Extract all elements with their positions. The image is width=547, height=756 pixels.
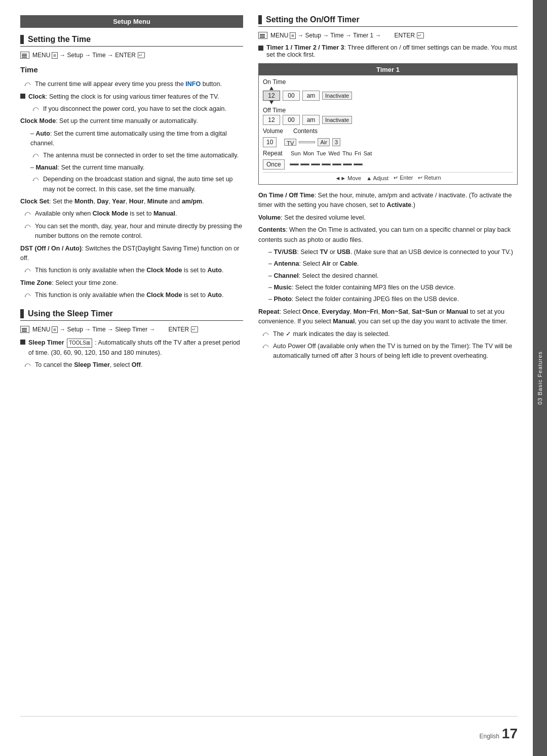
pencil-bullet-icon	[24, 80, 32, 87]
svg-point-9	[263, 335, 264, 336]
nav-enter: Enter	[400, 175, 413, 181]
section-bar	[20, 35, 24, 44]
contents-tv: TV	[284, 139, 296, 146]
contents-note: Contents: When the On Time is activated,…	[258, 225, 518, 245]
on-time-row: 12 00 am Inactivate	[263, 87, 513, 104]
pencil-bullet-icon-6	[24, 222, 32, 229]
repeat-values-row: Once	[263, 159, 513, 170]
volume-label: Volume	[263, 128, 286, 135]
side-tab: 03 Basic Features	[533, 0, 547, 756]
volume-contents-values: 10 TV Air 3	[263, 137, 513, 147]
sleep-timer-cancel-note: To cancel the Sleep Timer, select Off.	[20, 360, 243, 370]
channel-item: Channel: Select the desired channel.	[258, 271, 518, 281]
timezone-note: This function is only available when the…	[20, 290, 243, 300]
svg-point-4	[25, 215, 26, 216]
sleep-timer-menu-path: MENU ≡ → Setup → Time → Sleep Timer → EN…	[20, 326, 243, 333]
menu-icon-2	[20, 326, 29, 333]
volume-contents-row: Volume Contents	[263, 128, 513, 135]
setting-time-header: Setting the Time	[20, 35, 243, 47]
sleep-timer-title: Using the Sleep Timer	[28, 309, 113, 318]
menu-icon	[20, 52, 29, 59]
off-time-hour: 12	[263, 115, 280, 125]
nav-adjust: Adjust	[373, 175, 389, 181]
time-item-clock: Clock: Setting the clock is for using va…	[20, 92, 243, 102]
onoff-timer-title: Setting the On/Off Timer	[266, 15, 360, 24]
square-bullet-icon-3	[258, 46, 263, 51]
timer123-note: Timer 1 / Timer 2 / Timer 3: Three diffe…	[258, 44, 518, 58]
svg-point-10	[263, 347, 264, 348]
nav-move: Move	[347, 175, 361, 181]
off-time-min: 00	[283, 115, 300, 125]
time-item-2: If you disconnect the power cord, you ha…	[20, 104, 243, 114]
manual-item: Manual: Set the current time manually.	[20, 163, 243, 173]
clock-mode-manual-note: Available only when Clock Mode is set to…	[20, 209, 243, 219]
svg-point-8	[25, 366, 26, 367]
tv-usb-item: TV/USB: Select TV or USB. (Make sure tha…	[258, 247, 518, 257]
antenna-item: Antenna: Select Air or Cable.	[258, 259, 518, 269]
number-buttons-note: You can set the month, day, year, hour a…	[20, 222, 243, 241]
day-mon	[300, 163, 309, 165]
tools-icon: TOOLS⊞	[67, 339, 92, 348]
on-time-status: Inactivate	[322, 92, 352, 100]
onoff-timer-menu-path: MENU ≡ → Setup → Time → Timer 1 → ENTER	[258, 32, 518, 39]
on-time-label: On Time	[263, 78, 513, 86]
svg-point-7	[25, 296, 26, 297]
pencil-bullet-icon-10	[262, 330, 270, 337]
day-wed	[322, 163, 331, 165]
photo-item: Photo: Select the folder containing JPEG…	[258, 295, 518, 304]
side-tab-label: 03 Basic Features	[537, 351, 543, 405]
setup-menu-box: Setup Menu	[20, 15, 243, 28]
broadcast-note: Depending on the broadcast station and s…	[20, 175, 243, 194]
time-section-title: Time	[20, 64, 243, 75]
time-item-1: The current time will appear every time …	[20, 79, 243, 89]
english-label: English	[479, 733, 499, 740]
onoff-timer-header: Setting the On/Off Timer	[258, 15, 518, 27]
volume-note: Volume: Set the desired volume level.	[258, 213, 518, 223]
dst-para: DST (Off / On / Auto): Switches the DST(…	[20, 244, 243, 264]
timer1-header: Timer 1	[259, 64, 517, 75]
enter-icon-2	[191, 326, 198, 332]
contents-values: TV Air 3	[284, 138, 340, 146]
svg-point-2	[33, 156, 34, 157]
setting-time-title: Setting the Time	[28, 35, 91, 44]
pencil-bullet-icon-5	[24, 209, 32, 217]
pencil-bullet-icon-3	[32, 151, 41, 158]
square-bullet-icon	[20, 94, 25, 99]
pencil-bullet-icon-4	[32, 175, 41, 182]
square-bullet-icon-2	[20, 340, 25, 345]
music-item: Music: Select the folder containing MP3 …	[258, 283, 518, 292]
on-time-min: 00	[283, 91, 300, 101]
page-number: 17	[502, 727, 518, 741]
pencil-bullet-icon-7	[24, 266, 32, 273]
setup-menu-label: Setup Menu	[113, 18, 150, 25]
menu-icon-3	[258, 32, 267, 39]
repeat-once: Once	[263, 159, 285, 170]
day-tue	[311, 163, 320, 165]
pencil-bullet-icon-9	[24, 361, 32, 368]
section-bar-3	[258, 15, 262, 24]
nav-return: Return	[424, 175, 441, 181]
enter-icon-3	[417, 32, 424, 38]
clock-set-para: Clock Set: Set the Month, Day, Year, Hou…	[20, 197, 243, 206]
arrow-up-icon	[269, 87, 274, 90]
auto-item: Auto: Set the current time automatically…	[20, 129, 243, 149]
auto-power-off-note: Auto Power Off (available only when the …	[258, 342, 518, 361]
timer1-table: Timer 1 On Time 12 00 am Inac	[258, 63, 518, 185]
on-time-hour: 12	[263, 91, 280, 101]
svg-point-5	[25, 227, 26, 228]
svg-point-6	[25, 271, 26, 272]
page-footer: English 17	[20, 716, 518, 741]
clock-mode-para: Clock Mode: Set up the current time manu…	[20, 116, 243, 126]
timezone-para: Time Zone: Select your time zone.	[20, 278, 243, 288]
on-time-ampm: am	[302, 91, 320, 101]
volume-value: 10	[263, 137, 277, 147]
antenna-note: The antenna must be connected in order t…	[20, 151, 243, 160]
timer-nav-row: ◄► Move ▲ Adjust ↵ Enter ↩ Return	[263, 172, 513, 181]
enter-icon	[138, 52, 145, 58]
pencil-bullet-icon-8	[24, 291, 32, 298]
pencil-bullet-icon-2	[32, 105, 41, 112]
contents-num: 3	[332, 138, 340, 146]
repeat-days	[290, 163, 363, 165]
svg-point-1	[33, 110, 34, 111]
svg-point-3	[33, 180, 34, 181]
